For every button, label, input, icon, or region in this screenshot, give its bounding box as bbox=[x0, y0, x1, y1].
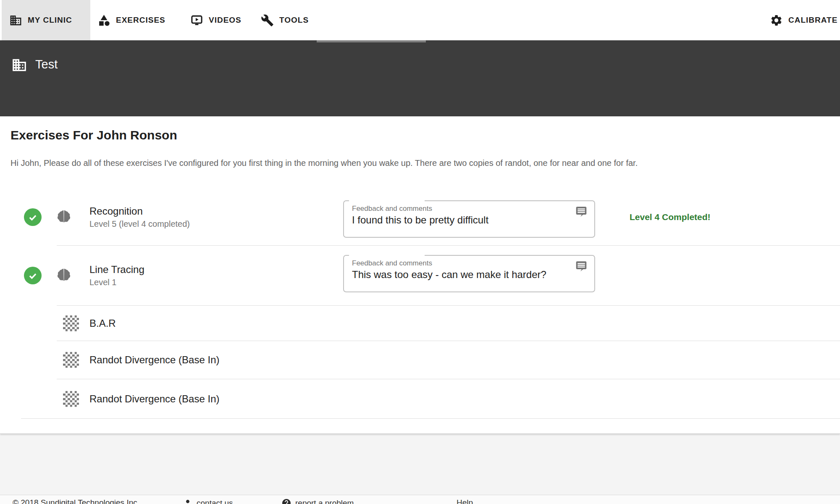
copyright-text: © 2018 Sundigital Technologies Inc bbox=[13, 498, 137, 504]
exercise-row-randot-2[interactable]: Randot Divergence (Base In) bbox=[0, 379, 840, 418]
completed-check-icon bbox=[24, 267, 42, 284]
exercise-text: Randot Divergence (Base In) bbox=[89, 354, 220, 366]
nav-item-videos[interactable]: VIDEOS bbox=[190, 0, 242, 40]
nav-label: VIDEOS bbox=[209, 16, 242, 25]
nav-label: CALIBRATE bbox=[788, 16, 837, 25]
comment-icon bbox=[575, 260, 588, 273]
exercise-level: Level 1 bbox=[89, 277, 144, 288]
nav-underline-indicator bbox=[317, 40, 426, 42]
exercise-text: Randot Divergence (Base In) bbox=[89, 393, 220, 405]
exercise-list: Recognition Level 5 (level 4 completed) … bbox=[0, 189, 840, 419]
footer-link-contact-us[interactable]: contact us bbox=[183, 498, 233, 504]
exercise-name: Line Tracing bbox=[89, 263, 144, 276]
completion-status: Level 4 Completed! bbox=[630, 212, 711, 222]
exercise-text: B.A.R bbox=[89, 317, 116, 330]
footer-link-report-problem[interactable]: report a problem bbox=[281, 498, 354, 504]
row-divider bbox=[21, 418, 840, 419]
nav-item-tools[interactable]: TOOLS bbox=[261, 0, 309, 40]
wrench-icon bbox=[261, 14, 274, 27]
exercise-text: Line Tracing Level 1 bbox=[89, 263, 144, 288]
help-icon bbox=[281, 498, 291, 504]
exercise-name: Randot Divergence (Base In) bbox=[89, 354, 220, 366]
nav-label: MY CLINIC bbox=[28, 16, 72, 25]
footer-link-help[interactable]: Help bbox=[457, 498, 473, 504]
exercise-name: B.A.R bbox=[89, 317, 116, 330]
exercise-name: Randot Divergence (Base In) bbox=[89, 393, 220, 405]
checkerboard-icon bbox=[63, 352, 79, 368]
feedback-label: Feedback and comments bbox=[352, 205, 432, 213]
comment-icon bbox=[575, 205, 588, 218]
exercise-row-recognition[interactable]: Recognition Level 5 (level 4 completed) … bbox=[0, 189, 840, 245]
checkerboard-icon bbox=[63, 391, 79, 407]
app-window: MY CLINIC EXERCISES VIDEOS TOOLS CALIBRA… bbox=[0, 0, 840, 504]
brain-icon bbox=[55, 267, 73, 284]
building-icon bbox=[11, 57, 27, 73]
feedback-field[interactable]: Feedback and comments I found this to be… bbox=[343, 200, 595, 238]
footer-link-label: report a problem bbox=[295, 499, 354, 504]
feedback-label: Feedback and comments bbox=[352, 259, 432, 268]
person-icon bbox=[183, 498, 193, 504]
nav-label: TOOLS bbox=[279, 16, 309, 25]
clinic-banner: Test bbox=[0, 40, 840, 116]
footer-link-label: Help bbox=[457, 498, 473, 504]
building-icon bbox=[9, 14, 22, 27]
feedback-field[interactable]: Feedback and comments This was too easy … bbox=[343, 255, 595, 292]
video-display-icon bbox=[190, 14, 203, 27]
field-label-notch bbox=[349, 200, 425, 201]
nav-item-my-clinic[interactable]: MY CLINIC bbox=[2, 0, 90, 40]
feedback-text: I found this to be pretty difficult bbox=[352, 214, 488, 226]
brain-icon bbox=[55, 208, 73, 226]
footer-link-label: contact us bbox=[197, 499, 233, 504]
exercise-row-bar[interactable]: B.A.R bbox=[0, 306, 840, 341]
exercise-row-line-tracing[interactable]: Line Tracing Level 1 Feedback and commen… bbox=[0, 246, 840, 305]
feedback-text: This was too easy - can we make it harde… bbox=[352, 269, 546, 281]
gear-icon bbox=[770, 14, 783, 27]
nav-item-calibrate[interactable]: CALIBRATE bbox=[770, 0, 837, 40]
nav-label: EXERCISES bbox=[116, 16, 165, 25]
page-title: Exercises For John Ronson bbox=[10, 128, 177, 142]
footer: © 2018 Sundigital Technologies Inc conta… bbox=[0, 495, 840, 504]
exercise-text: Recognition Level 5 (level 4 completed) bbox=[89, 205, 190, 229]
clinic-title: Test bbox=[35, 58, 58, 71]
nav-item-exercises[interactable]: EXERCISES bbox=[97, 0, 165, 40]
exercise-name: Recognition bbox=[89, 205, 190, 218]
field-label-notch bbox=[349, 255, 425, 256]
page-background: Exercises For John Ronson Hi John, Pleas… bbox=[0, 116, 840, 504]
shapes-icon bbox=[97, 14, 110, 27]
intro-text: Hi John, Please do all of these exercise… bbox=[10, 158, 638, 168]
exercise-level: Level 5 (level 4 completed) bbox=[89, 219, 190, 229]
top-nav: MY CLINIC EXERCISES VIDEOS TOOLS CALIBRA… bbox=[0, 0, 840, 40]
exercise-list-card: Exercises For John Ronson Hi John, Pleas… bbox=[0, 116, 840, 434]
checkerboard-icon bbox=[63, 315, 79, 331]
completed-check-icon bbox=[24, 208, 42, 226]
exercise-row-randot-1[interactable]: Randot Divergence (Base In) bbox=[0, 341, 840, 379]
